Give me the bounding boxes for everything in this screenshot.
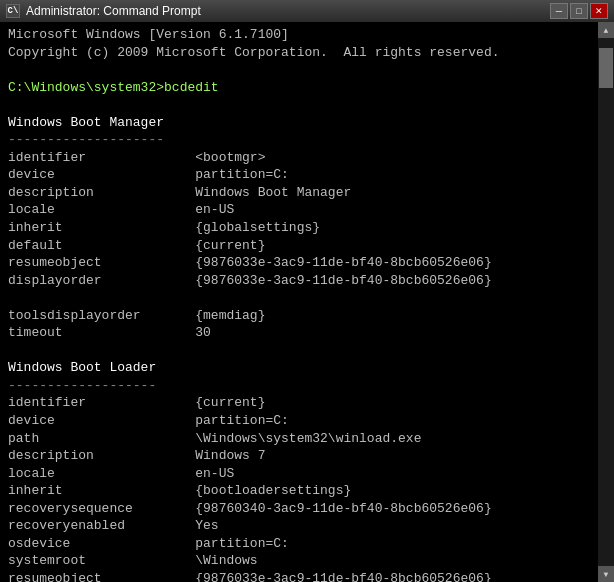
output-line: identifier <bootmgr> — [8, 149, 606, 167]
output-line: recoveryenabled Yes — [8, 517, 606, 535]
output-line: identifier {current} — [8, 394, 606, 412]
terminal-content: Microsoft Windows [Version 6.1.7100]Copy… — [8, 26, 606, 582]
window-controls[interactable]: ─ □ ✕ — [550, 3, 608, 19]
output-line: osdevice partition=C: — [8, 535, 606, 553]
output-line: timeout 30 — [8, 324, 606, 342]
output-line: resumeobject {9876033e-3ac9-11de-bf40-8b… — [8, 570, 606, 582]
divider-line: -------------------- — [8, 131, 606, 149]
divider-line: ------------------- — [8, 377, 606, 395]
scroll-up-button[interactable]: ▲ — [598, 22, 614, 38]
output-line: inherit {globalsettings} — [8, 219, 606, 237]
maximize-button[interactable]: □ — [570, 3, 588, 19]
output-line: device partition=C: — [8, 412, 606, 430]
output-line: inherit {bootloadersettings} — [8, 482, 606, 500]
output-line: default {current} — [8, 237, 606, 255]
output-line: displayorder {9876033e-3ac9-11de-bf40-8b… — [8, 272, 606, 290]
blank-line — [8, 96, 606, 114]
minimize-button[interactable]: ─ — [550, 3, 568, 19]
output-line: systemroot \Windows — [8, 552, 606, 570]
window-title: Administrator: Command Prompt — [26, 4, 201, 18]
blank-line — [8, 61, 606, 79]
output-line: path \Windows\system32\winload.exe — [8, 430, 606, 448]
output-line: toolsdisplayorder {memdiag} — [8, 307, 606, 325]
output-line: locale en-US — [8, 465, 606, 483]
scrollbar[interactable]: ▲ ▼ — [598, 22, 614, 582]
output-line: Copyright (c) 2009 Microsoft Corporation… — [8, 44, 606, 62]
output-line: device partition=C: — [8, 166, 606, 184]
output-line: description Windows 7 — [8, 447, 606, 465]
scroll-track[interactable] — [598, 38, 614, 566]
title-bar-left: C\ Administrator: Command Prompt — [6, 4, 201, 18]
blank-line — [8, 342, 606, 360]
output-line: Microsoft Windows [Version 6.1.7100] — [8, 26, 606, 44]
close-button[interactable]: ✕ — [590, 3, 608, 19]
blank-line — [8, 289, 606, 307]
scroll-thumb[interactable] — [599, 48, 613, 88]
output-line: description Windows Boot Manager — [8, 184, 606, 202]
output-line: recoverysequence {98760340-3ac9-11de-bf4… — [8, 500, 606, 518]
output-line: resumeobject {9876033e-3ac9-11de-bf40-8b… — [8, 254, 606, 272]
title-bar: C\ Administrator: Command Prompt ─ □ ✕ — [0, 0, 614, 22]
cmd-icon: C\ — [6, 4, 20, 18]
command-prompt: C:\Windows\system32>bcdedit — [8, 79, 606, 97]
section-header: Windows Boot Manager — [8, 114, 606, 132]
scroll-down-button[interactable]: ▼ — [598, 566, 614, 582]
section-header: Windows Boot Loader — [8, 359, 606, 377]
terminal-body[interactable]: Microsoft Windows [Version 6.1.7100]Copy… — [0, 22, 614, 582]
output-line: locale en-US — [8, 201, 606, 219]
